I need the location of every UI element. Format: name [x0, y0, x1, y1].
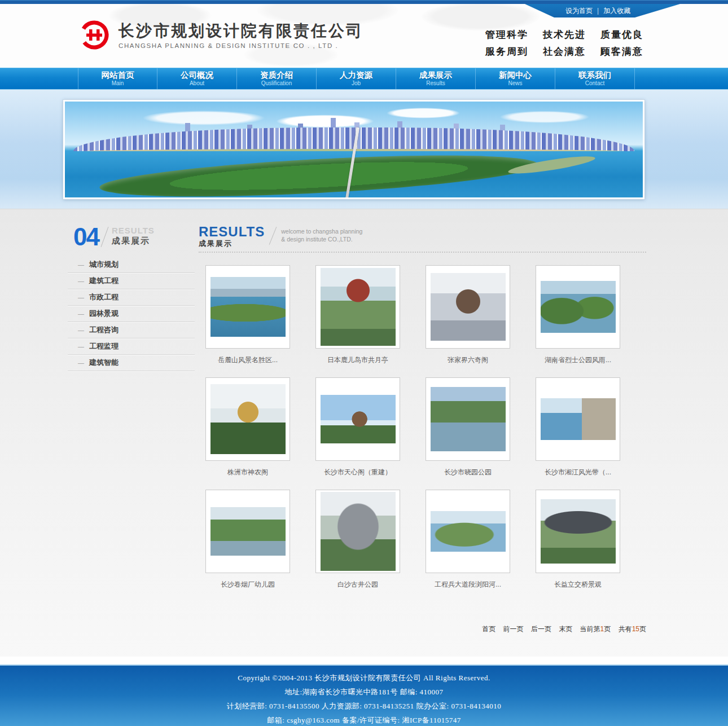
nav-label-cn: 网站首页 — [78, 71, 157, 80]
project-caption[interactable]: 张家界六奇阁 — [426, 355, 510, 365]
project-thumbnail-link[interactable] — [315, 377, 400, 461]
nav-label-en: Quslification — [237, 80, 316, 87]
project-thumbnail-link[interactable] — [426, 265, 510, 349]
project-caption[interactable]: 工程兵大道段浏阳河... — [426, 580, 510, 589]
page-title-cn: 成果展示 — [199, 239, 265, 248]
nav-item-home[interactable]: 网站首页 Main — [78, 68, 157, 89]
sidebar-item-architecture[interactable]: —建筑工程 — [68, 273, 195, 289]
sidebar-item-label: 建筑工程 — [89, 276, 119, 285]
project-thumbnail-link[interactable] — [536, 377, 620, 461]
sidebar-menu: —城市规划 —建筑工程 —市政工程 —园林景观 —工程咨询 —工程监理 —建筑智… — [68, 257, 195, 371]
pagination-total-suffix: 页 — [639, 625, 646, 633]
add-favorite-link[interactable]: 加入收藏 — [603, 6, 630, 16]
slogan-item: 技术先进 — [543, 27, 586, 43]
project-caption[interactable]: 株洲市神农阁 — [205, 468, 290, 477]
project-thumbnail-link[interactable] — [205, 377, 290, 461]
project-caption[interactable]: 日本鹿儿岛市共月亭 — [315, 355, 400, 365]
top-bar: 设为首页 | 加入收藏 — [0, 0, 728, 4]
project-caption[interactable]: 白沙古井公园 — [315, 580, 400, 589]
project-thumbnail-link[interactable] — [426, 490, 510, 573]
project-caption[interactable]: 长沙市晓园公园 — [426, 468, 510, 477]
nav-label-cn: 成果展示 — [396, 71, 475, 80]
project-photo — [541, 499, 616, 564]
slogan-row-2: 服务周到 社会满意 顾客满意 — [485, 43, 643, 60]
sidebar-item-landscape[interactable]: —园林景观 — [68, 306, 195, 322]
project-thumbnail-link[interactable] — [426, 377, 510, 461]
project-photo — [210, 507, 286, 556]
pagination: 首页 前一页 后一页 末页 当前第1页 共有15页 — [68, 624, 646, 634]
project-thumbnail-link[interactable] — [205, 265, 290, 349]
nav-item-qualification[interactable]: 资质介绍 Quslification — [237, 68, 317, 89]
pagination-next-link[interactable]: 后一页 — [531, 625, 551, 633]
project-thumbnail-link[interactable] — [536, 490, 620, 573]
nav-label-en: Main — [78, 80, 157, 87]
slogan-row-1: 管理科学 技术先进 质量优良 — [485, 27, 643, 43]
sidebar-item-label: 工程咨询 — [89, 325, 119, 334]
project-caption[interactable]: 长沙卷烟厂幼儿园 — [205, 580, 290, 589]
set-homepage-link[interactable]: 设为首页 — [565, 6, 593, 16]
nav-label-en: Contact — [555, 80, 634, 87]
sidebar-item-consulting[interactable]: —工程咨询 — [68, 322, 195, 338]
sidebar-item-label: 园林景观 — [89, 309, 119, 318]
nav-item-job[interactable]: 人力资源 Job — [317, 68, 396, 89]
pagination-last-link[interactable]: 末页 — [559, 625, 572, 633]
sidebar-item-municipal[interactable]: —市政工程 — [68, 289, 195, 306]
project-card: 长沙市晓园公园 — [426, 377, 510, 477]
company-name-cn: 长沙市规划设计院有限责任公司 — [119, 21, 363, 41]
nav-label-en: Results — [396, 80, 475, 87]
nav-item-about[interactable]: 公司概况 About — [157, 68, 237, 89]
brand[interactable]: 长沙市规划设计院有限责任公司 CHANGSHA PLANNING & DESIG… — [78, 19, 363, 51]
project-photo — [321, 492, 396, 571]
sidebar-titles: RESULTS 成果展示 — [112, 225, 155, 247]
project-thumbnail-link[interactable] — [536, 265, 620, 349]
sidebar-item-label: 建筑智能 — [89, 358, 119, 367]
project-thumbnail-link[interactable] — [315, 490, 400, 573]
project-caption[interactable]: 长益立交桥景观 — [536, 580, 620, 589]
nav-item-contact[interactable]: 联系我们 Contact — [555, 68, 635, 89]
welcome-line: welcome to changsha planning — [281, 227, 362, 235]
project-card: 株洲市神农阁 — [205, 377, 290, 477]
nav-item-news[interactable]: 新闻中心 News — [476, 68, 555, 89]
project-thumbnail-link[interactable] — [205, 490, 290, 573]
dash-icon: — — [78, 359, 84, 366]
main-navigation: 网站首页 Main 公司概况 About 资质介绍 Quslification … — [0, 68, 728, 90]
sidebar-item-label: 城市规划 — [89, 260, 119, 269]
main-header: RESULTS 成果展示 welcome to changsha plannin… — [199, 225, 646, 253]
project-photo — [321, 268, 396, 346]
project-caption[interactable]: 长沙市湘江风光带（... — [536, 468, 620, 477]
pagination-total-pages: 15 — [632, 625, 639, 633]
footer-phones: 计划经营部: 0731-84135500 人力资源部: 0731-8413525… — [0, 699, 728, 713]
project-caption[interactable]: 岳麓山风景名胜区... — [205, 355, 290, 365]
nav-label-cn: 联系我们 — [555, 71, 634, 80]
brand-text: 长沙市规划设计院有限责任公司 CHANGSHA PLANNING & DESIG… — [119, 21, 363, 49]
sidebar-item-urban-planning[interactable]: —城市规划 — [68, 257, 195, 273]
sidebar-title-en: RESULTS — [112, 226, 155, 235]
company-name-en: CHANGSHA PLANNING & DESIGN INSTITUTE CO … — [119, 42, 363, 49]
footer: Copyright ©2004-2013 长沙市规划设计院有限责任公司 All … — [0, 665, 728, 726]
project-photo — [541, 281, 616, 333]
project-card: 长沙卷烟厂幼儿园 — [205, 490, 290, 589]
project-thumbnail-link[interactable] — [315, 265, 400, 349]
content-section: 04 RESULTS 成果展示 —城市规划 —建筑工程 —市政工程 —园林景观 … — [0, 209, 728, 657]
topbar-divider: | — [597, 7, 599, 15]
project-caption[interactable]: 长沙市天心阁（重建） — [315, 468, 400, 477]
pagination-prev-link[interactable]: 前一页 — [503, 625, 524, 633]
nav-label-en: About — [157, 80, 236, 87]
project-card: 张家界六奇阁 — [426, 265, 510, 365]
sidebar-header: 04 RESULTS 成果展示 — [68, 225, 195, 249]
banner-image — [63, 100, 644, 199]
dash-icon: — — [78, 261, 84, 268]
project-card: 工程兵大道段浏阳河... — [426, 490, 510, 589]
slogan-item: 质量优良 — [600, 27, 643, 43]
nav-item-results[interactable]: 成果展示 Results — [396, 68, 476, 89]
project-caption[interactable]: 湖南省烈士公园风雨... — [536, 355, 620, 365]
sidebar-item-supervision[interactable]: —工程监理 — [68, 338, 195, 355]
main-panel: RESULTS 成果展示 welcome to changsha plannin… — [195, 225, 646, 589]
slogan-item: 服务周到 — [485, 43, 528, 60]
nav-label-cn: 人力资源 — [317, 71, 396, 80]
slogan-item: 管理科学 — [485, 27, 528, 43]
sidebar-item-intelligence[interactable]: —建筑智能 — [68, 355, 195, 371]
project-card: 长沙市湘江风光带（... — [536, 377, 620, 477]
slogan-item: 社会满意 — [543, 43, 586, 60]
pagination-first-link[interactable]: 首页 — [482, 625, 495, 633]
